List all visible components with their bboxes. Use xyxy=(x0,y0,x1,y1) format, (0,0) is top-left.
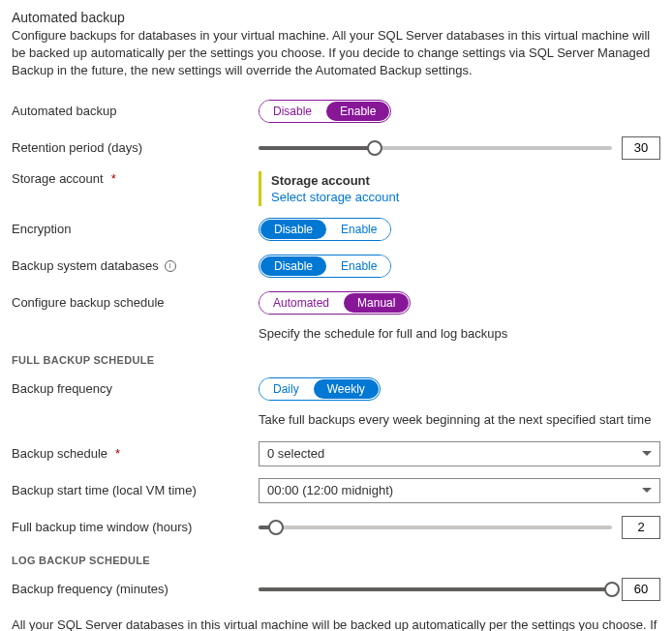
log-freq-label: Backup frequency (minutes) xyxy=(12,582,259,596)
retention-slider[interactable] xyxy=(259,146,612,150)
full-window-slider[interactable] xyxy=(259,526,612,529)
storage-account-block: Storage account Select storage account xyxy=(259,171,399,206)
frequency-toggle[interactable]: Daily Weekly xyxy=(259,377,381,401)
backup-schedule-label: Backup schedule* xyxy=(12,446,259,461)
page-description: Configure backups for databases in your … xyxy=(12,27,660,80)
full-backup-heading: FULL BACKUP SCHEDULE xyxy=(12,354,660,366)
enable-option[interactable]: Enable xyxy=(326,102,389,121)
schedule-toggle[interactable]: Automated Manual xyxy=(259,291,411,315)
encryption-label: Encryption xyxy=(12,222,259,236)
log-freq-slider[interactable] xyxy=(259,587,612,591)
frequency-helper: Take full backups every week beginning a… xyxy=(259,412,660,427)
disable-option[interactable]: Disable xyxy=(260,101,325,122)
system-db-label: Backup system databases i xyxy=(12,258,259,273)
page-title: Automated backup xyxy=(12,10,660,25)
schedule-helper: Specify the schedule for full and log ba… xyxy=(259,326,660,341)
full-window-input[interactable] xyxy=(622,516,660,539)
automated-option[interactable]: Automated xyxy=(260,292,343,314)
log-freq-input[interactable] xyxy=(622,578,660,601)
schedule-label: Configure backup schedule xyxy=(12,295,259,310)
start-time-select[interactable]: 00:00 (12:00 midnight) xyxy=(259,478,660,503)
info-icon[interactable]: i xyxy=(165,260,176,272)
retention-input[interactable] xyxy=(622,136,660,160)
chevron-down-icon xyxy=(642,488,652,493)
daily-option[interactable]: Daily xyxy=(260,378,313,400)
chevron-down-icon xyxy=(642,451,652,456)
storage-account-label: Storage account* xyxy=(12,171,259,186)
enable-option[interactable]: Enable xyxy=(327,219,390,240)
retention-label: Retention period (days) xyxy=(12,140,259,155)
system-db-toggle[interactable]: Disable Enable xyxy=(259,255,391,278)
log-backup-heading: LOG BACKUP SCHEDULE xyxy=(12,555,660,566)
footer-text: All your SQL Server databases in this vi… xyxy=(12,616,660,631)
automated-backup-toggle[interactable]: Disable Enable xyxy=(259,100,391,123)
required-asterisk: * xyxy=(115,446,120,461)
backup-schedule-select[interactable]: 0 selected xyxy=(259,441,660,466)
select-storage-link[interactable]: Select storage account xyxy=(271,190,399,204)
weekly-option[interactable]: Weekly xyxy=(314,379,379,399)
disable-option[interactable]: Disable xyxy=(260,220,326,239)
manual-option[interactable]: Manual xyxy=(344,293,409,313)
automated-backup-label: Automated backup xyxy=(12,104,259,118)
frequency-label: Backup frequency xyxy=(12,381,259,396)
enable-option[interactable]: Enable xyxy=(327,255,390,277)
storage-account-title: Storage account xyxy=(271,173,399,188)
encryption-toggle[interactable]: Disable Enable xyxy=(259,218,391,241)
full-window-label: Full backup time window (hours) xyxy=(12,520,259,534)
required-asterisk: * xyxy=(111,171,116,186)
disable-option[interactable]: Disable xyxy=(260,256,326,276)
start-time-label: Backup start time (local VM time) xyxy=(12,483,259,497)
